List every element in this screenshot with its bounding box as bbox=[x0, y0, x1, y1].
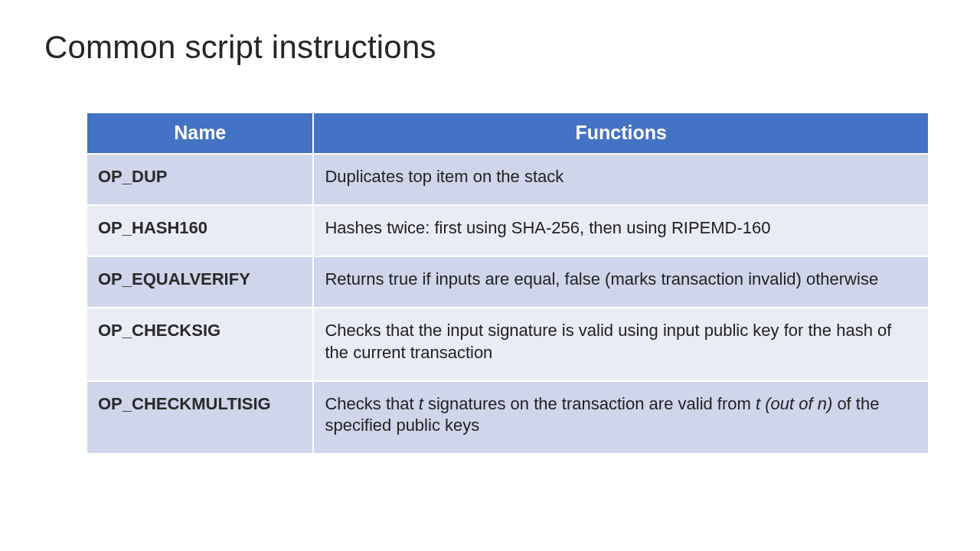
header-functions: Functions bbox=[314, 113, 928, 153]
header-name: Name bbox=[87, 113, 314, 153]
slide: Common script instructions Name Function… bbox=[0, 0, 980, 551]
opcode-name: OP_EQUALVERIFY bbox=[87, 256, 314, 307]
table-body: OP_DUP Duplicates top item on the stack … bbox=[87, 153, 928, 453]
text-run: t (out of n) bbox=[756, 394, 832, 413]
opcode-name: OP_HASH160 bbox=[87, 204, 314, 256]
text-run: Checks that bbox=[325, 394, 418, 413]
opcode-function: Duplicates top item on the stack bbox=[314, 153, 928, 204]
text-run: Checks that the input signature is valid… bbox=[325, 321, 891, 361]
table-row: OP_HASH160 Hashes twice: first using SHA… bbox=[87, 204, 928, 256]
opcode-name: OP_CHECKSIG bbox=[87, 307, 314, 380]
opcode-function: Checks that t signatures on the transact… bbox=[314, 380, 928, 453]
table-header-row: Name Functions bbox=[87, 113, 928, 153]
table-row: OP_EQUALVERIFY Returns true if inputs ar… bbox=[87, 256, 928, 307]
text-run: Duplicates top item on the stack bbox=[325, 167, 564, 186]
table-row: OP_CHECKMULTISIG Checks that t signature… bbox=[87, 380, 928, 453]
opcode-name: OP_DUP bbox=[87, 153, 314, 204]
slide-title: Common script instructions bbox=[44, 29, 936, 66]
table-container: Name Functions OP_DUP Duplicates top ite… bbox=[44, 113, 936, 453]
instructions-table: Name Functions OP_DUP Duplicates top ite… bbox=[87, 113, 928, 453]
text-run: Hashes twice: first using SHA-256, then … bbox=[325, 218, 770, 237]
opcode-function: Returns true if inputs are equal, false … bbox=[314, 256, 928, 307]
text-run: signatures on the transaction are valid … bbox=[423, 394, 756, 413]
text-run: Returns true if inputs are equal, false … bbox=[325, 269, 878, 289]
opcode-function: Checks that the input signature is valid… bbox=[314, 307, 928, 380]
table-row: OP_CHECKSIG Checks that the input signat… bbox=[87, 307, 928, 380]
table-row: OP_DUP Duplicates top item on the stack bbox=[87, 153, 928, 204]
opcode-name: OP_CHECKMULTISIG bbox=[87, 380, 314, 453]
opcode-function: Hashes twice: first using SHA-256, then … bbox=[314, 204, 928, 256]
